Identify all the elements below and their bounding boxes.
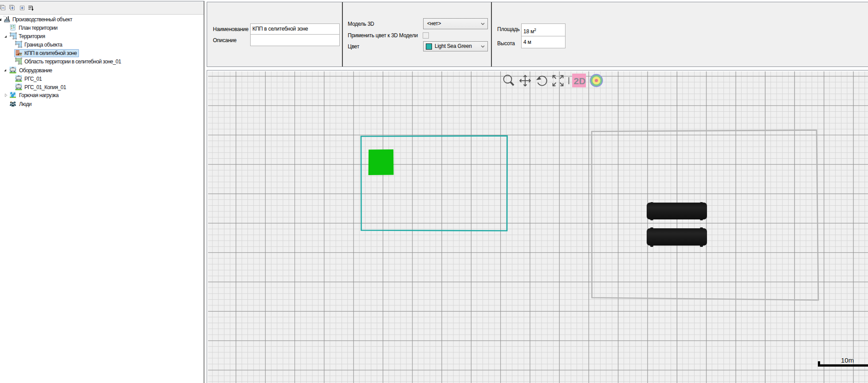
svg-text:2D: 2D [574, 76, 586, 86]
